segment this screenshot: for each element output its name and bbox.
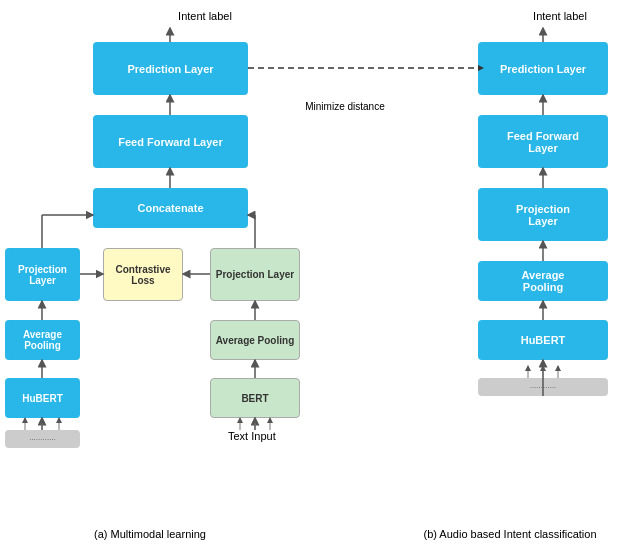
right-intent-label: Intent label xyxy=(510,10,610,22)
left-contrastive-box: Contrastive Loss xyxy=(103,248,183,301)
left-bert-box: BERT xyxy=(210,378,300,418)
left-audio-signal: ············ xyxy=(5,430,80,448)
right-feedforward-box: Feed Forward Layer xyxy=(478,115,608,168)
minimize-distance-label: Minimize distance xyxy=(300,100,390,114)
right-prediction-box: Prediction Layer xyxy=(478,42,608,95)
left-hubert-box: HuBERT xyxy=(5,378,80,418)
left-feedforward-box: Feed Forward Layer xyxy=(93,115,248,168)
right-audio-signal: ············ xyxy=(478,378,608,396)
left-intent-label: Intent label xyxy=(155,10,255,22)
left-text-input-label: Text Input xyxy=(228,430,276,442)
right-avg-pool-box: Average Pooling xyxy=(478,261,608,301)
left-concatenate-box: Concatenate xyxy=(93,188,248,228)
left-prediction-box: Prediction Layer xyxy=(93,42,248,95)
left-proj-left-box: Projection Layer xyxy=(5,248,80,301)
right-hubert-box: HuBERT xyxy=(478,320,608,360)
left-proj-right-box: Projection Layer xyxy=(210,248,300,301)
left-avg-left-box: Average Pooling xyxy=(5,320,80,360)
right-projection-box: Projection Layer xyxy=(478,188,608,241)
right-caption: (b) Audio based Intent classification xyxy=(400,528,620,540)
left-avg-right-box: Average Pooling xyxy=(210,320,300,360)
left-caption: (a) Multimodal learning xyxy=(50,528,250,540)
